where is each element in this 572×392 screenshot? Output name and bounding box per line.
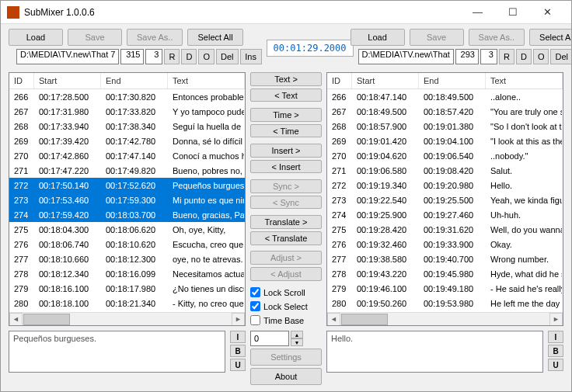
right-r-button[interactable]: R: [499, 49, 514, 64]
right-selectall-button[interactable]: Select All: [529, 29, 572, 46]
left-save-button[interactable]: Save: [68, 29, 122, 46]
table-row[interactable]: 27500:18:04.30000:18:06.620Oh, oye, Kitt…: [9, 222, 245, 237]
left-load-button[interactable]: Load: [9, 29, 63, 46]
left-saveas-button[interactable]: Save As..: [127, 29, 183, 46]
table-row[interactable]: 27800:18:12.34000:18:16.099Necesitamos a…: [9, 266, 245, 281]
time-base-checkbox[interactable]: Time Base: [250, 314, 322, 326]
table-row[interactable]: 27800:19:43.22000:19:45.980Hyde, what di…: [327, 266, 563, 281]
lock-select-checkbox[interactable]: Lock Select: [250, 300, 322, 312]
table-row[interactable]: 26800:17:33.94000:17:38.340Seguí la huel…: [9, 119, 245, 134]
left-ins-button[interactable]: Ins: [240, 49, 262, 64]
left-r-button[interactable]: R: [164, 49, 180, 64]
left-italic-button[interactable]: I: [230, 331, 246, 343]
text-back-button[interactable]: < Text: [250, 88, 322, 102]
table-row[interactable]: 27200:19:19.34000:19:20.980Hello.: [327, 178, 563, 193]
right-save-button[interactable]: Save: [410, 29, 464, 46]
left-o-button[interactable]: O: [198, 49, 214, 64]
right-th-text[interactable]: Text: [486, 73, 563, 88]
left-count-input[interactable]: 315: [120, 49, 144, 64]
right-del-button[interactable]: Del: [550, 49, 572, 64]
table-row[interactable]: 26700:17:31.98000:17:33.820Y yo tampoco …: [9, 104, 245, 119]
scroll-left-icon[interactable]: ◄: [9, 313, 23, 326]
timecode-display[interactable]: 00:01:29.2000: [267, 40, 354, 57]
sync-back-button[interactable]: < Sync: [250, 196, 322, 210]
insert-back-button[interactable]: < Insert: [250, 160, 322, 174]
left-table[interactable]: ID Start End Text 26600:17:28.50000:17:3…: [9, 72, 246, 326]
sync-fwd-button[interactable]: Sync >: [250, 179, 322, 193]
left-th-id[interactable]: ID: [9, 73, 34, 88]
close-button[interactable]: ✕: [530, 2, 565, 23]
table-row[interactable]: 28000:18:18.10000:18:21.340- Kitty, no c…: [9, 296, 245, 310]
time-back-button[interactable]: < Time: [250, 124, 322, 138]
table-row[interactable]: 27400:17:59.42000:18:03.700Bueno, gracia…: [9, 207, 245, 222]
adjust-fwd-button[interactable]: Adjust >: [250, 251, 322, 265]
table-row[interactable]: 26900:19:01.42000:19:04.100"I look at th…: [327, 134, 563, 148]
left-selectall-button[interactable]: Select All: [187, 29, 242, 46]
right-d-button[interactable]: D: [516, 49, 532, 64]
time-fwd-button[interactable]: Time >: [250, 108, 322, 122]
table-row[interactable]: 26600:18:47.14000:18:49.500..alone..: [327, 89, 563, 104]
left-hscroll[interactable]: ◄ ►: [9, 312, 245, 325]
table-row[interactable]: 27700:18:10.66000:18:12.300oye, no te at…: [9, 252, 245, 266]
scroll-thumb[interactable]: [23, 314, 70, 325]
left-underline-button[interactable]: U: [230, 359, 246, 371]
left-path-input[interactable]: D:\MEDIA\TV.new\That 7: [16, 49, 119, 64]
text-fwd-button[interactable]: Text >: [250, 72, 322, 86]
insert-fwd-button[interactable]: Insert >: [250, 144, 322, 158]
offset-spinner[interactable]: ▲▼: [250, 331, 322, 346]
table-row[interactable]: 27200:17:50.14000:17:52.620Pequeños burg…: [9, 178, 245, 193]
lock-scroll-checkbox[interactable]: Lock Scroll: [250, 286, 322, 298]
right-num-input[interactable]: 3: [480, 49, 497, 64]
right-count-input[interactable]: 293: [455, 49, 479, 64]
right-preview[interactable]: Hello.: [326, 331, 543, 373]
table-row[interactable]: 27000:17:42.86000:17:47.140Conocí a much…: [9, 148, 245, 163]
table-row[interactable]: 26900:17:39.42000:17:42.780Donna, sé lo …: [9, 134, 245, 148]
left-bold-button[interactable]: B: [230, 345, 246, 357]
offset-input[interactable]: [250, 331, 289, 346]
table-row[interactable]: 27300:19:22.54000:19:25.500Yeah, we kind…: [327, 193, 563, 207]
scroll-left-icon[interactable]: ◄: [327, 313, 340, 326]
table-row[interactable]: 27900:18:16.10000:18:17.980¿No tienes un…: [9, 281, 245, 296]
table-row[interactable]: 26600:17:28.50000:17:30.820Entonces prob…: [9, 89, 245, 104]
right-table[interactable]: ID Start End Text 26600:18:47.14000:18:4…: [326, 72, 563, 326]
right-th-end[interactable]: End: [419, 73, 486, 88]
table-row[interactable]: 27500:19:28.42000:19:31.620Well, do you …: [327, 222, 563, 237]
left-preview[interactable]: Pequeños burgueses.: [9, 331, 225, 373]
right-underline-button[interactable]: U: [548, 359, 563, 371]
table-row[interactable]: 26800:18:57.90000:19:01.380"So I don't l…: [327, 119, 563, 134]
table-row[interactable]: 26700:18:49.50000:18:57.420"You are trul…: [327, 104, 563, 119]
minimize-button[interactable]: —: [460, 2, 495, 23]
table-row[interactable]: 27000:19:04.62000:19:06.540..nobody.": [327, 148, 563, 163]
left-th-end[interactable]: End: [101, 73, 168, 88]
scroll-thumb[interactable]: [341, 314, 388, 325]
settings-button[interactable]: Settings: [250, 349, 322, 366]
scroll-right-icon[interactable]: ►: [549, 313, 563, 326]
table-row[interactable]: 27100:17:47.22000:17:49.820Bueno, pobres…: [9, 163, 245, 178]
right-o-button[interactable]: O: [533, 49, 549, 64]
right-th-id[interactable]: ID: [327, 73, 352, 88]
left-del-button[interactable]: Del: [216, 49, 239, 64]
right-hscroll[interactable]: ◄ ►: [327, 312, 563, 325]
spin-down-icon[interactable]: ▼: [291, 338, 303, 346]
table-row[interactable]: 27600:18:06.74000:18:10.620Escucha, creo…: [9, 237, 245, 252]
right-italic-button[interactable]: I: [548, 331, 563, 343]
table-row[interactable]: 27300:17:53.46000:17:59.300Mi punto es q…: [9, 193, 245, 207]
table-row[interactable]: 27600:19:32.46000:19:33.900Okay.: [327, 237, 563, 252]
right-bold-button[interactable]: B: [548, 345, 563, 357]
left-th-start[interactable]: Start: [34, 73, 101, 88]
about-button[interactable]: About: [250, 368, 322, 385]
scroll-right-icon[interactable]: ►: [232, 313, 245, 326]
table-row[interactable]: 27100:19:06.58000:19:08.420Salut.: [327, 163, 563, 178]
spin-up-icon[interactable]: ▲: [291, 331, 303, 338]
right-load-button[interactable]: Load: [351, 29, 405, 46]
right-path-input[interactable]: D:\MEDIA\TV.new\That: [358, 49, 454, 64]
right-saveas-button[interactable]: Save As..: [469, 29, 525, 46]
table-row[interactable]: 27400:19:25.90000:19:27.460Uh-huh.: [327, 207, 563, 222]
left-d-button[interactable]: D: [181, 49, 197, 64]
table-row[interactable]: 28000:19:50.26000:19:53.980He left me th…: [327, 296, 563, 310]
maximize-button[interactable]: ☐: [495, 2, 530, 23]
translate-back-button[interactable]: < Translate: [250, 231, 322, 245]
left-th-text[interactable]: Text: [168, 73, 245, 88]
right-th-start[interactable]: Start: [352, 73, 419, 88]
left-num-input[interactable]: 3: [145, 49, 162, 64]
